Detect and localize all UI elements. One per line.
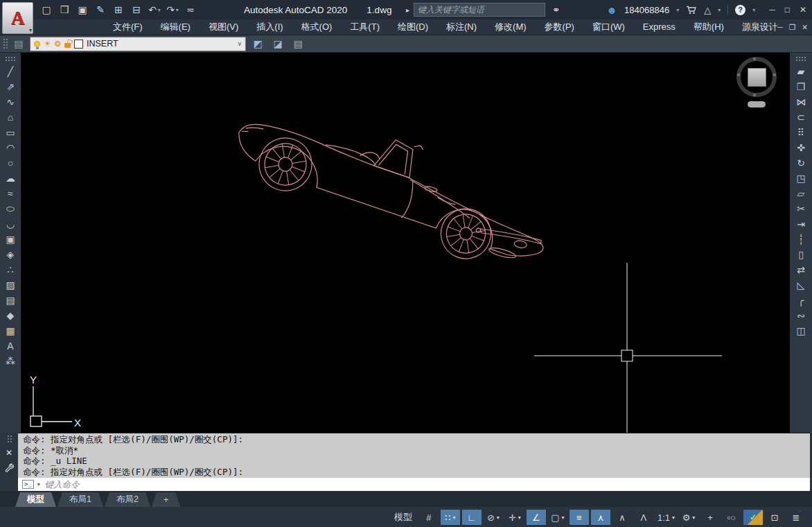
user-menu-caret-icon[interactable]: ▾ — [676, 7, 679, 13]
maximize-button[interactable]: □ — [785, 5, 790, 15]
recent-commands-caret-icon[interactable]: ▾ — [37, 481, 40, 487]
circle-tool[interactable]: ○ — [2, 155, 19, 171]
point-style-tool[interactable]: ⁂ — [2, 354, 19, 369]
annotation-monitor[interactable]: + — [700, 510, 720, 525]
ortho-toggle[interactable]: ∟ — [462, 510, 482, 525]
clean-screen[interactable]: ⊡ — [765, 510, 784, 525]
layer-properties-button[interactable]: ▤ — [11, 37, 26, 51]
save-as-button[interactable]: ✎ — [93, 2, 108, 17]
point-tool[interactable]: ∴ — [2, 262, 19, 277]
snap-toggle[interactable]: ∷ — [441, 510, 460, 525]
polar-tracking-toggle[interactable]: ⊘ — [484, 510, 503, 525]
undo-button[interactable]: ↶ — [147, 2, 162, 17]
layer-color-swatch[interactable] — [74, 40, 83, 49]
extend-tool[interactable]: ⇥ — [793, 216, 809, 232]
menu-insert[interactable]: 插入(I) — [247, 19, 292, 35]
menu-modify[interactable]: 修改(M) — [486, 19, 536, 35]
toolbar-grip[interactable] — [5, 56, 17, 61]
command-customize-wrench-icon[interactable] — [4, 463, 14, 472]
layer-dropdown-caret-icon[interactable]: ∨ — [237, 40, 242, 47]
fillet-tool[interactable]: ╭ — [793, 293, 809, 308]
viewcube-menu-pill[interactable] — [748, 101, 766, 107]
command-close-icon[interactable]: ✕ — [6, 448, 12, 458]
gradient-tool[interactable]: ▤ — [2, 293, 19, 308]
save-button[interactable]: ▣ — [75, 2, 90, 17]
break-tool[interactable]: ▯ — [793, 247, 809, 262]
redo-button[interactable]: ↷ — [165, 2, 180, 17]
region-tool[interactable]: ◆ — [2, 308, 19, 323]
hatch-tool[interactable]: ▨ — [2, 277, 19, 293]
search-icon[interactable]: ⚭ — [552, 4, 561, 15]
layer-previous-button[interactable]: ◪ — [270, 37, 286, 51]
menu-view[interactable]: 视图(V) — [200, 19, 247, 35]
tab-layout2[interactable]: 布局2 — [105, 492, 150, 507]
stretch-tool[interactable]: ▱ — [793, 186, 809, 201]
command-input[interactable] — [44, 478, 806, 490]
mirror-tool[interactable]: ⋈ — [793, 94, 809, 110]
doc-close-button[interactable]: ✕ — [802, 23, 808, 31]
drawing-canvas[interactable]: Y X — [21, 53, 790, 433]
object-snap-tracking-toggle[interactable]: ∠ — [527, 510, 546, 525]
help-menu-caret-icon[interactable]: ▾ — [752, 7, 755, 13]
tab-layout1[interactable]: 布局1 — [58, 492, 103, 507]
new-file-button[interactable]: ▢ — [39, 2, 54, 17]
layer-unlock-icon[interactable] — [64, 43, 71, 48]
rectangle-tool[interactable]: ▭ — [2, 125, 19, 140]
menu-dimension[interactable]: 标注(N) — [437, 19, 486, 35]
qat-menu-button[interactable]: ≂ — [183, 2, 198, 17]
viewcube-compass-ring[interactable] — [736, 57, 777, 97]
autodesk-menu-caret-icon[interactable]: ▾ — [718, 7, 721, 13]
lineweight-toggle[interactable]: ≡ — [570, 510, 589, 525]
copy-tool[interactable]: ❐ — [793, 79, 809, 94]
toolbar-grip[interactable] — [3, 38, 8, 50]
command-prompt-icon[interactable]: >_ — [22, 480, 34, 489]
doc-minimize-button[interactable]: ─ — [777, 23, 782, 31]
menu-window[interactable]: 窗口(W) — [583, 19, 634, 35]
menu-file[interactable]: 文件(F) — [104, 19, 152, 35]
tab-new-layout[interactable]: + — [152, 492, 180, 507]
customization-menu[interactable]: ≣ — [786, 510, 806, 525]
isodraft-toggle[interactable]: ✛ — [505, 510, 524, 525]
move-tool[interactable]: ✜ — [793, 140, 809, 155]
menu-parametric[interactable]: 参数(P) — [536, 19, 583, 35]
construction-line-tool[interactable]: ⇗ — [2, 79, 19, 94]
blend-curves-tool[interactable]: ∾ — [793, 308, 809, 323]
print-button[interactable]: ⊟ — [129, 2, 144, 17]
menu-help[interactable]: 帮助(H) — [685, 19, 733, 35]
viewcube-top-face[interactable] — [748, 68, 766, 87]
toolbar-grip[interactable] — [795, 56, 807, 61]
application-menu-button[interactable]: A ▾ — [2, 2, 33, 34]
make-block-tool[interactable]: ◈ — [2, 247, 19, 262]
user-account-icon[interactable]: ☻ — [606, 4, 617, 16]
doc-restore-button[interactable]: ❐ — [789, 23, 795, 31]
make-layer-current-button[interactable]: ◩ — [249, 37, 266, 51]
open-file-button[interactable]: ❒ — [57, 2, 72, 17]
command-window-grip[interactable] — [7, 435, 12, 443]
help-icon[interactable]: ? — [735, 5, 745, 15]
model-space-toggle[interactable]: 模型 — [389, 510, 417, 525]
layer-on-bulb-icon[interactable] — [34, 41, 40, 47]
ellipse-tool[interactable]: ⬭ — [2, 201, 19, 216]
chamfer-tool[interactable]: ◺ — [793, 277, 809, 293]
spline-tool[interactable]: ≈ — [2, 186, 19, 201]
help-search-input[interactable] — [414, 3, 545, 17]
command-history[interactable]: 命令: 指定对角点或 [栏选(F)/圈围(WP)/圈交(CP)]:命令: *取消… — [18, 433, 810, 478]
rotate-tool[interactable]: ↻ — [793, 155, 809, 171]
join-tool[interactable]: ⇄ — [793, 262, 809, 277]
ellipse-arc-tool[interactable]: ◡ — [2, 216, 19, 232]
layer-thaw-sun-icon[interactable]: ☀ — [44, 40, 51, 48]
annotation-autoscale-toggle[interactable]: ∧ — [612, 510, 632, 525]
polygon-tool[interactable]: ⌂ — [2, 110, 19, 125]
plot-button[interactable]: ⊞ — [111, 2, 126, 17]
isolate-objects[interactable]: ▫○ — [722, 510, 741, 525]
multiline-text-tool[interactable]: A — [2, 338, 19, 354]
menu-format[interactable]: 格式(O) — [292, 19, 342, 35]
trim-tool[interactable]: ✂ — [793, 201, 809, 216]
viewcube[interactable] — [734, 57, 779, 107]
autodesk-mark-icon[interactable]: △ — [704, 5, 711, 15]
annotation-visibility-toggle[interactable]: ⋏ — [591, 510, 610, 525]
scale-tool[interactable]: ◳ — [793, 171, 809, 186]
app-store-cart-icon[interactable] — [686, 6, 697, 15]
close-button[interactable]: ✕ — [800, 5, 806, 15]
grid-toggle[interactable]: # — [419, 510, 439, 525]
